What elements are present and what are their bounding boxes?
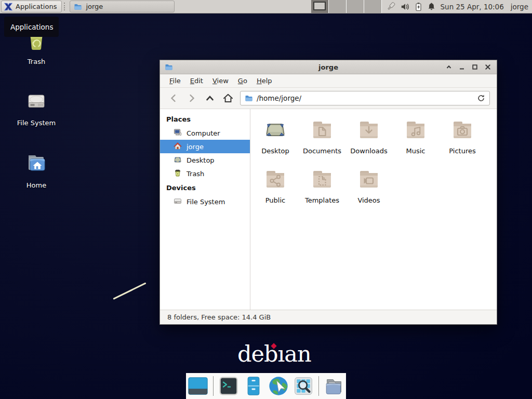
file-item-label: Pictures: [449, 147, 475, 155]
menu-file[interactable]: File: [165, 75, 185, 86]
file-item-documents[interactable]: Documents: [299, 116, 345, 166]
panel-handle[interactable]: [64, 3, 68, 10]
dock-file-manager-button[interactable]: [243, 375, 264, 397]
up-button[interactable]: [204, 92, 216, 104]
applications-menu-label: Applications: [16, 3, 57, 10]
sidebar-item-label: Trash: [187, 170, 204, 178]
file-item-label: Desktop: [261, 147, 289, 155]
dock-app-finder-button[interactable]: [292, 375, 314, 397]
home-small-icon: [174, 142, 182, 152]
dock-terminal-button[interactable]: [218, 375, 240, 397]
sidebar-item-label: Computer: [187, 129, 220, 137]
top-panel: Applications jorge Sun 25 Apr, 10:06 jor…: [0, 0, 532, 14]
file-item-public[interactable]: Public: [252, 166, 299, 215]
file-view[interactable]: DesktopDocumentsDownloadsMusicPicturesPu…: [250, 109, 497, 310]
file-item-music[interactable]: Music: [392, 116, 439, 166]
workspace-1[interactable]: [311, 0, 329, 13]
sidebar-item-file-system[interactable]: File System: [160, 195, 250, 208]
desktop-icon-home[interactable]: Home: [11, 151, 61, 189]
sidebar-item-trash[interactable]: Trash: [160, 167, 250, 180]
back-button[interactable]: [167, 92, 180, 104]
file-item-videos[interactable]: Videos: [345, 166, 392, 215]
shade-button[interactable]: [445, 63, 453, 71]
folder-video-icon: [356, 167, 381, 193]
file-item-desktop[interactable]: Desktop: [252, 116, 299, 166]
workspace-4[interactable]: [364, 0, 382, 13]
sidebar-item-label: jorge: [187, 143, 204, 151]
file-manager-window: jorge FileEditViewGoHelp /home/jorge/ Pl…: [159, 60, 497, 325]
workspace-switcher: [311, 0, 382, 13]
battery-charging-icon[interactable]: [415, 2, 422, 11]
file-item-label: Videos: [357, 196, 380, 204]
clock[interactable]: Sun 25 Apr, 10:06: [441, 3, 504, 11]
session-user-label[interactable]: jorge: [511, 3, 528, 11]
desktop-root: Applications jorge Sun 25 Apr, 10:06 jor…: [0, 0, 532, 399]
dock-separator: [318, 376, 319, 396]
workspace-2[interactable]: [329, 0, 347, 13]
folder-camera-icon: [450, 117, 475, 144]
status-text: 8 folders, Free space: 14.4 GiB: [167, 313, 271, 321]
trash-small-icon: [174, 169, 182, 179]
sidebar-item-jorge[interactable]: jorge: [160, 140, 250, 153]
menu-help[interactable]: Help: [252, 75, 277, 86]
folder-document-icon: [310, 117, 335, 144]
computer-small-icon: [174, 128, 182, 138]
applications-tooltip: Applications: [4, 17, 59, 37]
toolbar: /home/jorge/: [160, 88, 497, 109]
desktop-pad-icon: [263, 117, 288, 144]
desktop-small-icon: [174, 155, 182, 165]
window-titlebar[interactable]: jorge: [160, 60, 497, 74]
taskbar-window-button[interactable]: jorge: [70, 1, 175, 12]
menu-go[interactable]: Go: [233, 75, 252, 86]
folder-template-icon: [310, 167, 335, 193]
drive-large-icon: [24, 88, 49, 115]
dock-directory-menu-button[interactable]: [323, 375, 345, 397]
folder-music-icon: [403, 117, 428, 144]
file-grid: DesktopDocumentsDownloadsMusicPicturesPu…: [252, 116, 497, 215]
file-item-downloads[interactable]: Downloads: [345, 116, 392, 166]
minimize-button[interactable]: [458, 63, 466, 71]
taskbar-window-label: jorge: [86, 3, 103, 10]
sidebar-item-computer[interactable]: Computer: [160, 126, 250, 140]
path-folder-icon: [245, 94, 253, 102]
file-item-templates[interactable]: Templates: [299, 166, 345, 215]
dock-show-desktop-button[interactable]: [187, 375, 209, 397]
nav-buttons: [167, 92, 234, 104]
location-bar[interactable]: /home/jorge/: [240, 91, 490, 105]
notifications-bell-icon[interactable]: [427, 2, 436, 11]
menu-view[interactable]: View: [208, 75, 233, 86]
dock-separator: [213, 376, 214, 396]
desktop-icon-file-system[interactable]: File System: [11, 88, 61, 127]
stylus-icon[interactable]: [385, 2, 396, 12]
folder-download-icon: [356, 117, 381, 144]
status-bar: 8 folders, Free space: 14.4 GiB: [160, 310, 497, 324]
home-button[interactable]: [222, 92, 234, 104]
maximize-button[interactable]: [471, 63, 479, 71]
sidebar-item-label: File System: [187, 198, 225, 206]
debian-logo: debıan: [237, 341, 311, 367]
menu-edit[interactable]: Edit: [185, 75, 208, 86]
home-large-icon: [24, 151, 49, 177]
file-item-label: Documents: [303, 147, 341, 155]
dock-panel: [186, 373, 346, 399]
dock-web-browser-button[interactable]: [268, 375, 289, 397]
file-item-label: Downloads: [350, 147, 387, 155]
file-item-label: Public: [265, 196, 285, 204]
path-text: /home/jorge/: [257, 94, 301, 102]
workspace-3[interactable]: [347, 0, 364, 13]
folder-icon: [74, 3, 82, 11]
sidebar-item-label: Desktop: [187, 156, 215, 164]
volume-icon[interactable]: [401, 2, 410, 11]
workspace-window-thumb: [313, 2, 326, 10]
forward-button[interactable]: [185, 92, 198, 104]
file-item-label: Templates: [305, 196, 339, 204]
reload-button[interactable]: [477, 94, 485, 102]
window-body: PlacesComputerjorgeDesktopTrashDevicesFi…: [160, 109, 497, 310]
sidebar: PlacesComputerjorgeDesktopTrashDevicesFi…: [160, 109, 250, 310]
sidebar-item-desktop[interactable]: Desktop: [160, 153, 250, 167]
close-button[interactable]: [484, 63, 492, 71]
wallpaper-line: [113, 282, 146, 299]
applications-menu-button[interactable]: Applications: [1, 1, 62, 12]
file-item-pictures[interactable]: Pictures: [439, 116, 486, 166]
desktop-icon-label: Home: [26, 181, 46, 189]
